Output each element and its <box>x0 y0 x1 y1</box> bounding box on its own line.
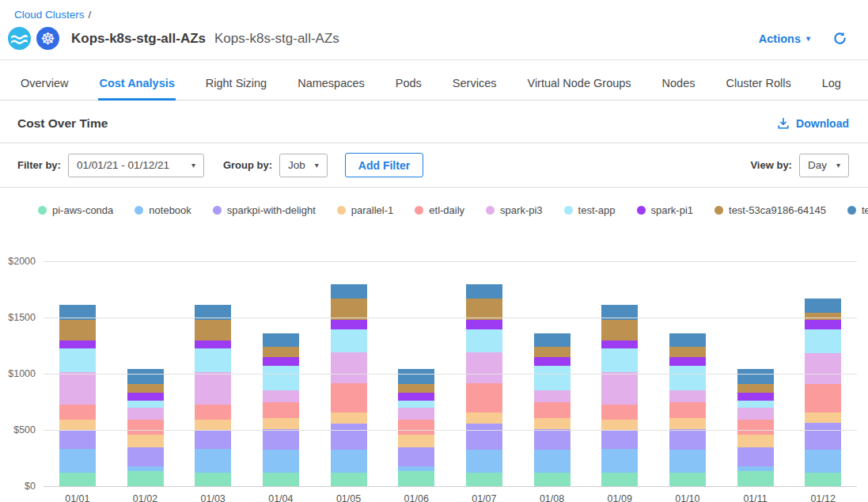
date-range-value: 01/01/21 - 01/12/21 <box>77 159 182 171</box>
legend-item-etl-daily[interactable]: etl-daily <box>415 204 464 216</box>
legend-dot-icon <box>847 206 856 215</box>
bar-segment-spark-pi3 <box>398 408 434 420</box>
bar-segment-spark-pi1 <box>669 357 706 366</box>
bar-segment-test-pkix <box>669 333 706 348</box>
download-button[interactable]: Download <box>777 117 849 130</box>
legend-item-notebook[interactable]: notebook <box>135 204 191 216</box>
date-range-select[interactable]: 01/01/21 - 01/12/21 ▾ <box>68 154 204 177</box>
bar-segment-spark-pi3 <box>127 408 164 420</box>
tab-overview[interactable]: Overview <box>20 65 69 101</box>
tab-namespaces[interactable]: Namespaces <box>297 65 366 101</box>
legend-item-test-pkix[interactable]: test-pkix <box>847 204 868 216</box>
cluster-cost-page: Cloud Clusters/ ☸ Kops-k8s-stg-all-AZs K… <box>0 0 868 502</box>
kubernetes-icon: ☸ <box>36 27 59 50</box>
legend-item-test-53ca9186-64145[interactable]: test-53ca9186-64145 <box>714 204 826 216</box>
bar-segment-etl-daily <box>59 405 96 419</box>
stacked-bar <box>263 333 299 487</box>
bar-column-01/03 <box>179 262 247 487</box>
bar-segment-spark-pi3 <box>534 390 570 402</box>
bar-column-01/04 <box>247 262 315 487</box>
bar-segment-test-app <box>669 366 706 390</box>
bar-segment-test-pkix <box>737 369 774 384</box>
bar-segment-parallel-1 <box>534 418 570 428</box>
bar-column-01/10 <box>654 262 722 487</box>
x-axis-tick: 01/05 <box>315 493 383 502</box>
bar-segment-test-53ca9186-64145 <box>127 384 164 393</box>
bar-segment-test-app <box>127 401 164 408</box>
bar-segment-sparkpi-with-delight <box>601 430 638 449</box>
bar-segment-etl-daily <box>669 402 706 419</box>
tab-cluster-rolls[interactable]: Cluster Rolls <box>726 65 792 101</box>
bar-segment-test-app <box>601 348 638 372</box>
view-by-label: View by: <box>750 159 792 171</box>
legend-label: pi-aws-conda <box>52 204 113 216</box>
bar-column-01/12 <box>789 262 857 487</box>
chevron-down-icon: ▾ <box>315 162 319 169</box>
tab-cost-analysis[interactable]: Cost Analysis <box>98 65 175 101</box>
bar-segment-parallel-1 <box>805 413 841 423</box>
view-by-select[interactable]: Day ▾ <box>799 154 849 177</box>
bar-segment-spark-pi1 <box>805 320 841 329</box>
bar-segment-test-app <box>466 329 502 353</box>
legend-item-sparkpi-with-delight[interactable]: sparkpi-with-delight <box>213 204 316 216</box>
download-label: Download <box>796 117 849 130</box>
bar-segment-spark-pi1 <box>601 340 638 348</box>
legend-item-spark-pi3[interactable]: spark-pi3 <box>486 204 542 216</box>
bar-segment-sparkpi-with-delight <box>331 424 367 450</box>
bar-segment-notebook <box>466 450 502 472</box>
gridline <box>44 430 857 431</box>
bar-segment-test-pkix <box>534 333 570 348</box>
tab-services[interactable]: Services <box>452 65 498 101</box>
legend-label: etl-daily <box>429 204 464 216</box>
bar-segment-test-pkix <box>398 369 434 384</box>
tab-nodes[interactable]: Nodes <box>661 65 696 101</box>
bar-segment-test-app <box>263 366 299 390</box>
bar-segment-spark-pi3 <box>195 372 231 405</box>
bar-segment-sparkpi-with-delight <box>59 430 96 449</box>
bar-segment-parallel-1 <box>466 413 502 424</box>
bar-segment-parallel-1 <box>127 435 164 447</box>
bar-segment-sparkpi-with-delight <box>466 424 502 450</box>
bars <box>44 262 857 487</box>
bar-segment-spark-pi3 <box>263 390 299 402</box>
bar-segment-pi-aws-conda <box>466 473 502 487</box>
bar-segment-spark-pi3 <box>331 352 367 382</box>
breadcrumb: Cloud Clusters/ <box>0 0 868 21</box>
bar-segment-parallel-1 <box>737 435 774 447</box>
tab-virtual-node-groups[interactable]: Virtual Node Groups <box>526 65 631 101</box>
x-axis-tick: 01/04 <box>247 493 315 502</box>
legend-dot-icon <box>38 206 47 215</box>
bar-segment-notebook <box>534 450 570 472</box>
actions-button[interactable]: Actions ▾ <box>759 32 810 45</box>
add-filter-button[interactable]: Add Filter <box>345 153 423 177</box>
bar-segment-test-53ca9186-64145 <box>805 313 841 320</box>
x-axis-tick: 01/07 <box>450 493 518 502</box>
gridline <box>44 486 857 487</box>
bar-segment-spark-pi1 <box>127 393 164 401</box>
legend-dot-icon <box>213 206 222 215</box>
bar-segment-test-53ca9186-64145 <box>195 320 231 341</box>
bar-segment-etl-daily <box>127 420 164 435</box>
bar-segment-pi-aws-conda <box>601 473 638 487</box>
bar-column-01/09 <box>586 262 654 487</box>
legend-item-pi-aws-conda[interactable]: pi-aws-conda <box>38 204 113 216</box>
bar-segment-notebook <box>195 449 231 473</box>
tab-log[interactable]: Log <box>821 65 842 101</box>
bar-segment-notebook <box>331 450 367 472</box>
filter-bar: Filter by: 01/01/21 - 01/12/21 ▾ Group b… <box>0 143 868 187</box>
tab-right-sizing[interactable]: Right Sizing <box>205 65 267 101</box>
legend-item-parallel-1[interactable]: parallel-1 <box>337 204 393 216</box>
legend-label: spark-pi3 <box>500 204 542 216</box>
stacked-bar <box>805 299 841 487</box>
bar-segment-spark-pi1 <box>331 320 367 329</box>
bar-segment-test-53ca9186-64145 <box>669 347 706 357</box>
group-by-select[interactable]: Job ▾ <box>279 154 328 177</box>
refresh-icon[interactable] <box>832 31 847 46</box>
stacked-bar <box>127 369 164 487</box>
breadcrumb-cloud-clusters-link[interactable]: Cloud Clusters <box>14 9 85 21</box>
legend-item-test-app[interactable]: test-app <box>564 204 616 216</box>
legend-dot-icon <box>337 206 346 215</box>
legend-item-spark-pi1[interactable]: spark-pi1 <box>637 204 693 216</box>
bar-segment-test-app <box>195 348 231 372</box>
tab-pods[interactable]: Pods <box>395 65 423 101</box>
